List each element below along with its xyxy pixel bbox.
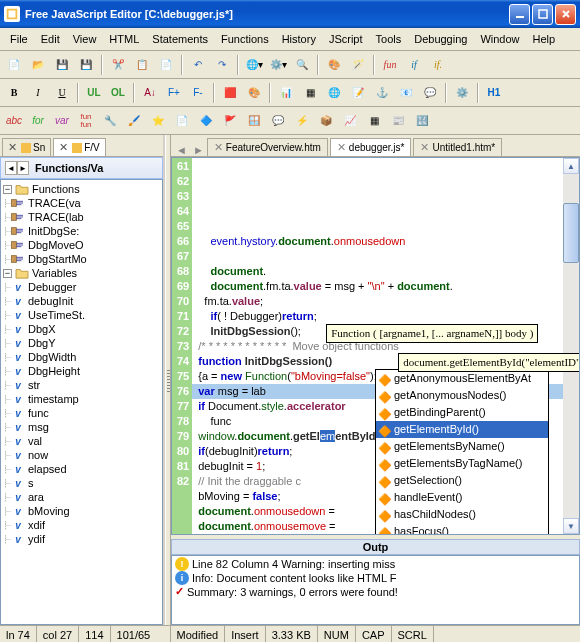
tree-item[interactable]: ┊┈InitDbgSe: [3, 224, 160, 238]
if-label[interactable]: if [403, 54, 425, 76]
code-line[interactable] [198, 249, 579, 264]
email-icon[interactable]: 📧 [395, 82, 417, 104]
side-tab-Sn[interactable]: ✕ Sn [2, 138, 51, 156]
autocomplete-popup[interactable]: 🔶getAnonymousElementByAt🔶getAnonymousNod… [375, 369, 549, 535]
output-line[interactable]: !Line 82 Column 4 Warning: inserting mis… [173, 557, 578, 571]
menu-view[interactable]: View [67, 31, 103, 47]
code-line[interactable]: document.fm.ta.value = msg + "\n" + docu… [198, 279, 579, 294]
misc-icon[interactable]: 🔣 [411, 110, 433, 132]
cut-icon[interactable]: ✂️ [107, 54, 129, 76]
tree-item[interactable]: ┊┈TRACE(va [3, 196, 160, 210]
shapes-icon[interactable]: 🔷 [195, 110, 217, 132]
flag-icon[interactable]: 🚩 [219, 110, 241, 132]
table-icon[interactable]: ▦ [299, 82, 321, 104]
code-body[interactable]: Function ( [argname1, [... argnameN,]] b… [192, 158, 579, 534]
redo-icon[interactable]: ↷ [211, 54, 233, 76]
tree-item[interactable]: ┊┈vdebugInit [3, 294, 160, 308]
tool-icon[interactable]: 🔧 [99, 110, 121, 132]
autocomplete-item[interactable]: 🔶getElementById() [376, 421, 548, 438]
ul-button[interactable]: UL [83, 82, 105, 104]
code-line[interactable]: if( ! Debugger)return; [198, 309, 579, 324]
tree-item[interactable]: ┊┈vDbgY [3, 336, 160, 350]
close-button[interactable] [555, 4, 576, 25]
tree-item[interactable]: ┊┈vDebugger [3, 280, 160, 294]
tab-next[interactable]: ► [190, 144, 207, 156]
settings-icon[interactable]: ⚙️▾ [267, 54, 289, 76]
fontminus-button[interactable]: F- [187, 82, 209, 104]
form-icon[interactable]: 📝 [347, 82, 369, 104]
maximize-button[interactable] [532, 4, 553, 25]
tree-item[interactable]: ┊┈vara [3, 490, 160, 504]
palette2-icon[interactable]: 🎨 [243, 82, 265, 104]
autocomplete-item[interactable]: 🔶getAnonymousNodes() [376, 387, 548, 404]
side-tab-F/V[interactable]: ✕ F/V [53, 138, 106, 156]
tree-item[interactable]: ┊┈vval [3, 434, 160, 448]
output-line[interactable]: iInfo: Document content looks like HTML … [173, 571, 578, 585]
editor-tab[interactable]: ✕FeatureOverview.htm [207, 138, 328, 156]
open-icon[interactable]: 📂 [27, 54, 49, 76]
undo-icon[interactable]: ↶ [187, 54, 209, 76]
fontcase-button[interactable]: A↓ [139, 82, 161, 104]
var-snippet[interactable]: var [51, 110, 73, 132]
underline-button[interactable]: U [51, 82, 73, 104]
menu-history[interactable]: History [276, 31, 322, 47]
tree-item[interactable]: ┊┈DbgMoveO [3, 238, 160, 252]
menu-functions[interactable]: Functions [215, 31, 275, 47]
search-icon[interactable]: 🔍 [291, 54, 313, 76]
side-next[interactable]: ► [17, 161, 29, 175]
image-icon[interactable]: 📊 [275, 82, 297, 104]
tree-item[interactable]: ┊┈DbgStartMo [3, 252, 160, 266]
tree-item[interactable]: −Variables [3, 266, 160, 280]
h1-button[interactable]: H1 [483, 82, 505, 104]
tree-item[interactable]: ┊┈vydif [3, 532, 160, 546]
side-prev[interactable]: ◄ [5, 161, 17, 175]
autocomplete-item[interactable]: 🔶handleEvent() [376, 489, 548, 506]
fun-label[interactable]: fun [379, 54, 401, 76]
window-icon[interactable]: 🪟 [243, 110, 265, 132]
tree-item[interactable]: ┊┈vtimestamp [3, 392, 160, 406]
new-file-icon[interactable]: 📄 [3, 54, 25, 76]
palette-icon[interactable]: 🎨 [323, 54, 345, 76]
menu-debugging[interactable]: Debugging [408, 31, 473, 47]
tree[interactable]: −Functions┊┈TRACE(va┊┈TRACE(lab┊┈InitDbg… [0, 179, 163, 625]
autocomplete-item[interactable]: 🔶getAnonymousElementByAt [376, 370, 548, 387]
fn-snippet[interactable]: fun fun [75, 110, 97, 132]
ol-button[interactable]: OL [107, 82, 129, 104]
menu-tools[interactable]: Tools [370, 31, 408, 47]
link-icon[interactable]: 🌐 [323, 82, 345, 104]
saveall-icon[interactable]: 💾 [75, 54, 97, 76]
menu-file[interactable]: File [4, 31, 34, 47]
comment-icon[interactable]: 💬 [419, 82, 441, 104]
wizard-icon[interactable]: 🪄 [347, 54, 369, 76]
box-icon[interactable]: 📦 [315, 110, 337, 132]
bold-button[interactable]: B [3, 82, 25, 104]
autocomplete-item[interactable]: 🔶getElementsByTagName() [376, 455, 548, 472]
editor-scrollbar[interactable]: ▲ ▼ [563, 158, 579, 534]
autocomplete-item[interactable]: 🔶getElementsByName() [376, 438, 548, 455]
save-icon[interactable]: 💾 [51, 54, 73, 76]
chart-icon[interactable]: 📈 [339, 110, 361, 132]
scroll-up[interactable]: ▲ [563, 158, 579, 174]
code-line[interactable]: document. [198, 264, 579, 279]
tree-item[interactable]: ┊┈vfunc [3, 406, 160, 420]
tree-item[interactable]: ┊┈vDbgHeight [3, 364, 160, 378]
globe-icon[interactable]: 🌐▾ [243, 54, 265, 76]
ifel-label[interactable]: if. [427, 54, 449, 76]
color-swatch-icon[interactable]: 🟥 [219, 82, 241, 104]
gear-icon[interactable]: ⚙️ [451, 82, 473, 104]
autocomplete-item[interactable]: 🔶hasChildNodes() [376, 506, 548, 523]
menu-jscript[interactable]: JScript [323, 31, 369, 47]
menu-help[interactable]: Help [527, 31, 562, 47]
tree-item[interactable]: ┊┈vnow [3, 448, 160, 462]
menu-window[interactable]: Window [474, 31, 525, 47]
code-line[interactable]: // Init debugger sessi [198, 534, 579, 535]
for-snippet[interactable]: for [27, 110, 49, 132]
tree-item[interactable]: ┊┈vbMoving [3, 504, 160, 518]
minimize-button[interactable] [509, 4, 530, 25]
fontplus-button[interactable]: F+ [163, 82, 185, 104]
code-line[interactable]: event.hystory.document.onmousedown [198, 234, 579, 249]
tree-item[interactable]: ┊┈TRACE(lab [3, 210, 160, 224]
scroll-thumb[interactable] [563, 203, 579, 263]
tree-item[interactable]: ┊┈vmsg [3, 420, 160, 434]
splitter-grip[interactable] [167, 368, 170, 392]
